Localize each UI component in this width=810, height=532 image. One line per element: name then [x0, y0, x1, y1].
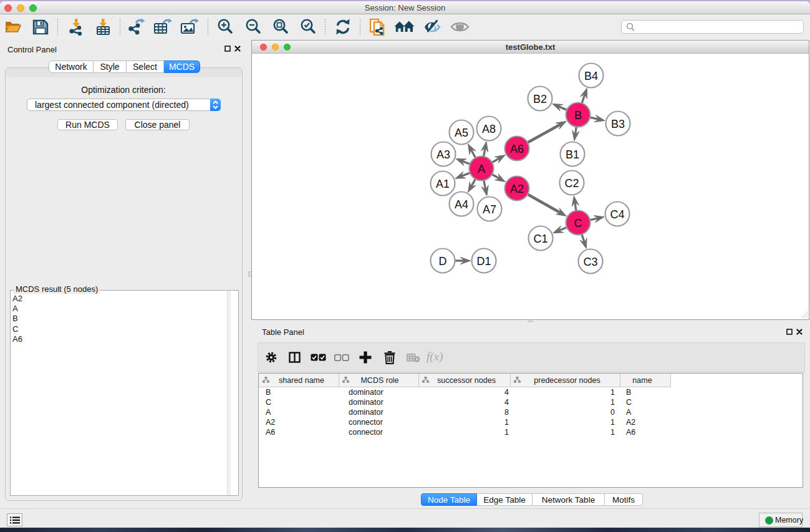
svg-text:A5: A5	[455, 127, 468, 139]
svg-text:A2: A2	[510, 183, 524, 195]
svg-text:D1: D1	[476, 255, 491, 268]
svg-text:B: B	[574, 109, 582, 122]
svg-text:C2: C2	[564, 177, 579, 190]
svg-text:D: D	[439, 255, 447, 268]
svg-text:A6: A6	[510, 143, 524, 155]
svg-text:C1: C1	[533, 233, 547, 245]
svg-text:B3: B3	[611, 118, 625, 130]
svg-text:B4: B4	[584, 70, 598, 82]
svg-text:C4: C4	[610, 208, 624, 221]
svg-text:A1: A1	[436, 178, 450, 190]
svg-text:A3: A3	[436, 148, 450, 161]
svg-text:B2: B2	[533, 93, 547, 105]
svg-text:C3: C3	[583, 256, 597, 268]
svg-text:C: C	[574, 217, 582, 230]
svg-text:A4: A4	[455, 198, 468, 211]
svg-text:A: A	[478, 163, 485, 175]
svg-text:A8: A8	[482, 123, 496, 135]
svg-text:A7: A7	[483, 203, 496, 216]
svg-text:B1: B1	[566, 148, 579, 161]
